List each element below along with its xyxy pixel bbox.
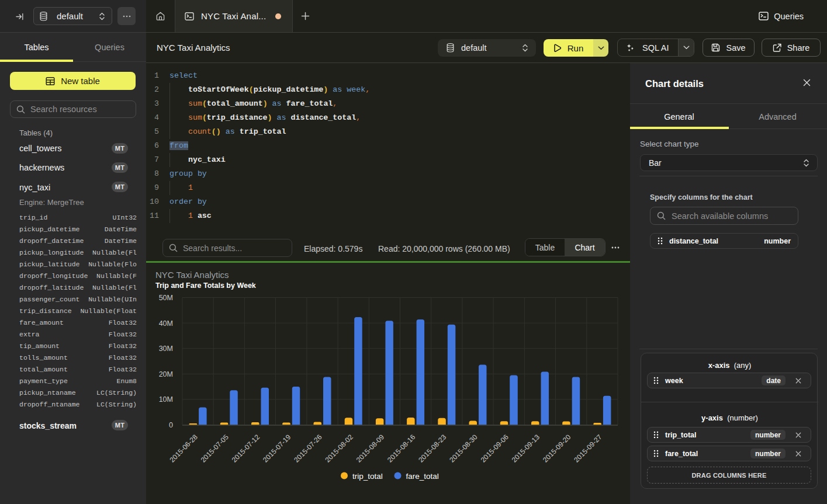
svg-text:10M: 10M: [159, 395, 173, 404]
svg-text:2015-07-05: 2015-07-05: [199, 433, 231, 464]
svg-text:40M: 40M: [159, 319, 173, 328]
svg-text:2015-09-27: 2015-09-27: [572, 433, 604, 464]
svg-text:2015-07-12: 2015-07-12: [230, 433, 262, 464]
svg-text:2015-08-09: 2015-08-09: [355, 433, 386, 464]
svg-text:2015-08-16: 2015-08-16: [386, 433, 417, 464]
svg-text:2015-09-13: 2015-09-13: [510, 433, 542, 464]
svg-text:fare_total: fare_total: [406, 472, 439, 481]
svg-text:2015-08-30: 2015-08-30: [448, 433, 479, 464]
svg-text:0: 0: [169, 421, 173, 429]
svg-text:2015-08-23: 2015-08-23: [417, 433, 448, 464]
svg-text:30M: 30M: [159, 345, 173, 353]
svg-text:trip_total: trip_total: [352, 472, 383, 481]
svg-text:2015-08-02: 2015-08-02: [324, 433, 355, 464]
svg-text:2015-07-19: 2015-07-19: [261, 433, 293, 464]
svg-text:2015-07-26: 2015-07-26: [292, 433, 324, 464]
svg-text:50M: 50M: [159, 294, 173, 302]
svg-text:20M: 20M: [159, 370, 173, 378]
svg-text:2015-09-20: 2015-09-20: [541, 433, 573, 464]
svg-text:2015-06-28: 2015-06-28: [168, 433, 199, 464]
svg-text:2015-09-06: 2015-09-06: [479, 433, 511, 464]
